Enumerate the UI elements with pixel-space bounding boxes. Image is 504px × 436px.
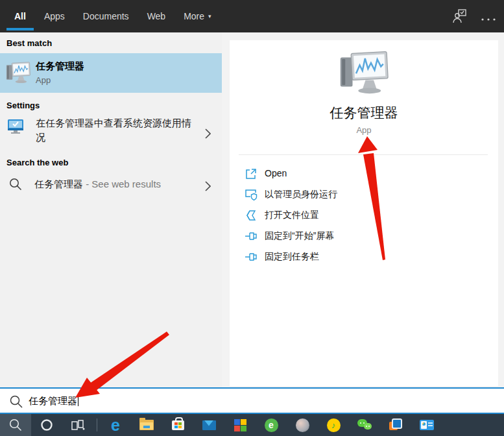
tab-more[interactable]: More▾: [184, 0, 211, 32]
settings-result-label: 在任务管理器中查看系统资源使用情况: [36, 116, 199, 145]
best-match-result[interactable]: 任务管理器 App: [0, 53, 222, 93]
web-query-text: 任务管理器: [34, 178, 83, 189]
taskbar-separator: [93, 414, 100, 436]
feedback-icon[interactable]: [452, 8, 468, 27]
preview-subtitle: App: [230, 125, 498, 135]
search-the-web-header: Search the web: [6, 158, 68, 167]
mail-icon[interactable]: [193, 414, 224, 436]
search-input[interactable]: 任务管理器: [0, 387, 504, 414]
preview-pane: 任务管理器 App Open: [230, 40, 498, 386]
tab-apps-label: Apps: [44, 11, 65, 21]
tab-all[interactable]: All: [14, 0, 26, 32]
action-run-as-admin[interactable]: 以管理员身份运行: [230, 184, 498, 205]
task-manager-app-icon: [5, 60, 31, 87]
task-view-icon[interactable]: [62, 414, 93, 436]
text-cursor: [78, 395, 78, 406]
web-suffix-text: - See web results: [83, 178, 161, 189]
tab-web[interactable]: Web: [147, 0, 166, 32]
action-open-file-location[interactable]: 打开文件位置: [230, 205, 498, 226]
taskbar: e e ♪: [0, 414, 504, 436]
search-results-area: Best match 任务管理器 App Settings: [0, 32, 504, 387]
360-browser-icon[interactable]: e: [256, 414, 287, 436]
open-icon: [245, 167, 258, 183]
action-pin-to-start[interactable]: 固定到“开始”屏幕: [230, 226, 498, 247]
settings-header: Settings: [6, 101, 40, 110]
preview-title: 任务管理器: [230, 104, 498, 122]
search-icon: [9, 394, 23, 411]
more-options-icon[interactable]: [481, 13, 496, 25]
chevron-right-icon: [205, 128, 211, 141]
search-icon: [8, 177, 23, 194]
result-subtitle: App: [36, 75, 51, 85]
action-label: 以管理员身份运行: [265, 189, 337, 200]
action-label: 打开文件位置: [265, 210, 319, 221]
qq-music-icon[interactable]: ♪: [318, 414, 349, 436]
file-explorer-icon[interactable]: [131, 414, 162, 436]
open-file-location-icon: [245, 209, 258, 224]
task-manager-app-icon-large: [338, 49, 390, 97]
microsoft-store-icon[interactable]: [162, 414, 193, 436]
chevron-down-icon: ▾: [208, 13, 211, 19]
edge-browser-icon[interactable]: e: [100, 414, 131, 436]
avatar-icon[interactable]: [287, 414, 318, 436]
system-info-icon[interactable]: [411, 414, 442, 436]
tab-documents-label: Documents: [83, 11, 129, 21]
best-match-header: Best match: [6, 38, 52, 48]
system-settings-icon: [6, 118, 25, 138]
tab-more-label: More: [184, 11, 204, 21]
search-query-text: 任务管理器: [29, 395, 77, 406]
cortana-icon[interactable]: [31, 414, 62, 436]
pin-to-start-icon: [245, 230, 258, 245]
pin-to-taskbar-icon: [245, 250, 258, 266]
wechat-icon[interactable]: [349, 414, 380, 436]
action-label: Open: [265, 168, 287, 178]
run-as-admin-icon: [245, 188, 258, 204]
action-open[interactable]: Open: [230, 164, 498, 184]
taskbar-search-button[interactable]: [0, 414, 31, 436]
tab-documents[interactable]: Documents: [83, 0, 129, 32]
search-filter-bar: All Apps Documents Web More▾: [0, 0, 504, 32]
action-label: 固定到任务栏: [265, 251, 319, 263]
tab-web-label: Web: [147, 11, 166, 21]
action-pin-to-taskbar[interactable]: 固定到任务栏: [230, 247, 498, 267]
chevron-right-icon: [205, 181, 211, 194]
tab-apps[interactable]: Apps: [44, 0, 65, 32]
settings-result[interactable]: 在任务管理器中查看系统资源使用情况: [0, 114, 222, 154]
app-grid-icon[interactable]: [224, 414, 256, 436]
action-label: 固定到“开始”屏幕: [265, 230, 334, 242]
results-list: Best match 任务管理器 App Settings: [0, 32, 222, 387]
web-result-label: 任务管理器 - See web results: [34, 178, 161, 191]
tab-all-label: All: [14, 11, 26, 21]
result-title: 任务管理器: [36, 60, 84, 73]
vmware-icon[interactable]: [380, 414, 411, 436]
search-input-value: 任务管理器: [29, 395, 78, 407]
preview-divider: [239, 154, 488, 155]
web-search-result[interactable]: 任务管理器 - See web results: [0, 173, 222, 201]
windows-search-panel: All Apps Documents Web More▾ Best match: [0, 0, 504, 436]
